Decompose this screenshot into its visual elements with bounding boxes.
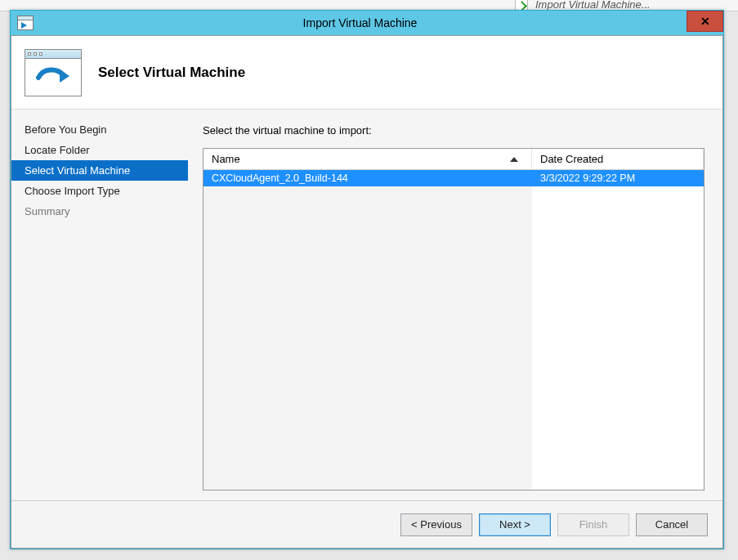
next-button[interactable]: Next >: [479, 513, 551, 536]
titlebar: Import Virtual Machine ✕: [11, 11, 723, 35]
column-name-label: Name: [212, 153, 240, 165]
app-icon: [17, 16, 34, 30]
wizard-steps: Before You Begin Locate Folder Select Vi…: [11, 110, 188, 500]
cell-name: CXCloudAgent_2.0_Build-144: [204, 172, 532, 184]
wizard-header: Select Virtual Machine: [11, 36, 722, 110]
wizard-footer: < Previous Next > Finish Cancel: [11, 500, 722, 548]
import-vm-dialog: Import Virtual Machine ✕ Select Virtual …: [10, 10, 724, 549]
step-locate-folder[interactable]: Locate Folder: [11, 140, 188, 160]
close-button[interactable]: ✕: [687, 11, 723, 32]
column-name[interactable]: Name: [204, 149, 532, 169]
table-header: Name Date Created: [204, 149, 704, 170]
step-summary[interactable]: Summary: [11, 201, 188, 222]
instruction-text: Select the virtual machine to import:: [203, 124, 704, 137]
cell-date: 3/3/2022 9:29:22 PM: [532, 172, 704, 184]
table-row[interactable]: CXCloudAgent_2.0_Build-144 3/3/2022 9:29…: [204, 170, 704, 186]
cancel-button[interactable]: Cancel: [636, 513, 708, 536]
wizard-icon: [25, 49, 82, 96]
wizard-heading: Select Virtual Machine: [98, 65, 245, 81]
table-body[interactable]: CXCloudAgent_2.0_Build-144 3/3/2022 9:29…: [204, 170, 704, 490]
step-before-you-begin[interactable]: Before You Begin: [11, 119, 188, 140]
column-date[interactable]: Date Created: [532, 149, 704, 169]
column-date-label: Date Created: [540, 153, 603, 165]
finish-button: Finish: [557, 513, 629, 536]
close-icon: ✕: [700, 15, 710, 28]
step-select-vm[interactable]: Select Virtual Machine: [11, 160, 188, 181]
step-choose-import-type[interactable]: Choose Import Type: [11, 181, 188, 201]
previous-button[interactable]: < Previous: [400, 513, 472, 536]
vm-list: Name Date Created CXCloudAgent_2.0_Build…: [203, 148, 704, 491]
sort-asc-icon: [510, 157, 518, 162]
wizard-main: Select the virtual machine to import: Na…: [188, 110, 722, 500]
dialog-title: Import Virtual Machine: [34, 16, 723, 29]
